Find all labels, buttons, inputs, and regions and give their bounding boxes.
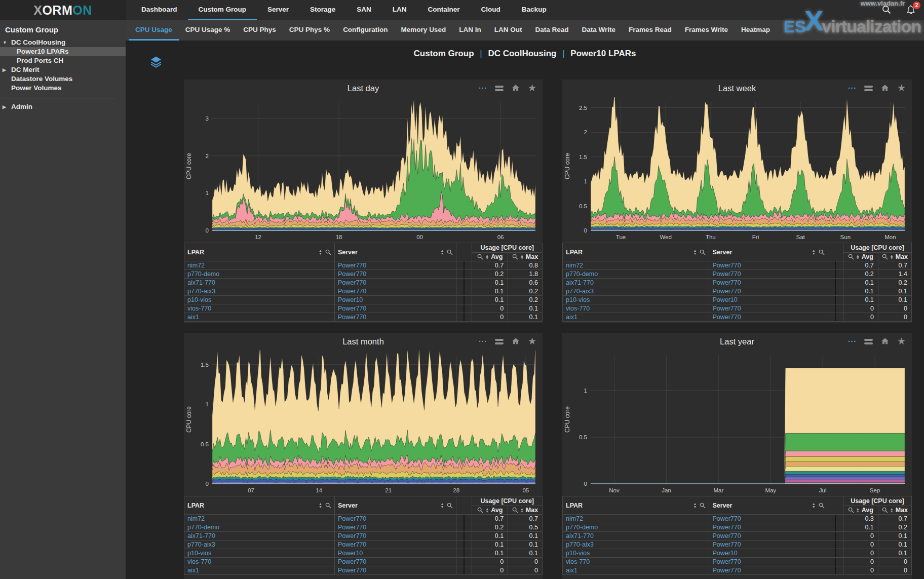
lpar-link[interactable]: vios-770 (184, 304, 335, 313)
sort-icon[interactable]: ▲▼ (890, 508, 894, 513)
max-column-header[interactable]: ▲▼Max (878, 253, 911, 261)
server-link[interactable]: Power770 (709, 313, 828, 322)
menu-icon[interactable] (864, 339, 873, 344)
server-link[interactable]: Power770 (334, 541, 456, 549)
column-search-icon[interactable] (819, 503, 825, 509)
lpar-link[interactable]: p10-vios (184, 549, 335, 558)
avg-column-header[interactable]: ▲▼Avg (472, 506, 508, 515)
server-link[interactable]: Power10 (334, 296, 456, 304)
column-search-icon[interactable] (848, 254, 854, 260)
sidebar-item-dc-merit[interactable]: ▶DC Merit (0, 65, 126, 74)
server-link[interactable]: Power770 (334, 304, 456, 313)
search-icon[interactable] (881, 5, 893, 16)
metric-tab-cpu-usage[interactable]: CPU Usage (129, 20, 179, 41)
column-search-icon[interactable] (477, 507, 483, 513)
server-column-header[interactable]: Server▲▼ (709, 243, 828, 261)
sidebar-item-dc-coolhousing[interactable]: ▼DC CoolHousing (0, 38, 126, 47)
sort-icon[interactable]: ▲▼ (485, 508, 489, 513)
server-link[interactable]: Power770 (709, 566, 828, 575)
sort-icon[interactable]: ▲▼ (319, 249, 322, 255)
home-icon[interactable] (511, 84, 520, 93)
sidebar-item-power-volumes[interactable]: Power Volumes (0, 84, 126, 93)
server-link[interactable]: Power770 (334, 566, 456, 575)
lpar-link[interactable]: aix71-770 (184, 532, 335, 541)
cpu-usage-chart[interactable]: 0123CPU core12180006 (184, 97, 543, 243)
server-link[interactable]: Power770 (334, 313, 456, 322)
server-link[interactable]: Power770 (334, 523, 456, 532)
server-link[interactable]: Power770 (709, 279, 828, 287)
column-search-icon[interactable] (819, 249, 825, 255)
server-link[interactable]: Power770 (709, 304, 828, 313)
column-search-icon[interactable] (848, 507, 854, 513)
column-search-icon[interactable] (477, 254, 483, 260)
lpar-link[interactable]: nim72 (563, 515, 709, 523)
favorite-icon[interactable]: ★ (528, 84, 536, 93)
lpar-link[interactable]: aix1 (184, 566, 335, 575)
sort-icon[interactable]: ▲▼ (856, 508, 860, 513)
server-column-header[interactable]: Server▲▼ (334, 496, 456, 515)
avg-column-header[interactable]: ▲▼Avg (843, 506, 878, 515)
nav-tab-backup[interactable]: Backup (511, 0, 557, 20)
server-link[interactable]: Power770 (709, 558, 828, 566)
more-options-icon[interactable]: ... (848, 337, 857, 341)
server-link[interactable]: Power770 (709, 523, 828, 532)
avg-column-header[interactable]: ▲▼Avg (843, 253, 878, 261)
max-column-header[interactable]: ▲▼Max (508, 506, 543, 515)
nav-tab-lan[interactable]: LAN (382, 0, 417, 20)
metric-tab-data-read[interactable]: Data Read (528, 20, 575, 41)
nav-tab-storage[interactable]: Storage (299, 0, 346, 20)
column-search-icon[interactable] (882, 254, 888, 260)
sort-icon[interactable]: ▲▼ (319, 503, 322, 508)
lpar-link[interactable]: p770-aix3 (184, 287, 335, 296)
more-options-icon[interactable]: ... (479, 84, 487, 88)
home-icon[interactable] (880, 84, 890, 93)
metric-tab-data-write[interactable]: Data Write (575, 20, 622, 41)
server-link[interactable]: Power770 (709, 541, 828, 549)
metric-tab-lan-out[interactable]: LAN Out (488, 20, 529, 41)
favorite-icon[interactable]: ★ (897, 84, 906, 93)
nav-tab-server[interactable]: Server (257, 0, 299, 20)
sort-icon[interactable]: ▲▼ (693, 249, 697, 255)
nav-tab-custom-group[interactable]: Custom Group (188, 0, 257, 20)
metric-tab-cpu-usage-[interactable]: CPU Usage % (179, 20, 237, 41)
lpar-column-header[interactable]: LPAR▲▼ (184, 496, 335, 515)
metric-tab-frames-read[interactable]: Frames Read (622, 20, 678, 41)
lpar-link[interactable]: p770-aix3 (563, 541, 709, 549)
server-link[interactable]: Power770 (334, 532, 456, 541)
lpar-column-header[interactable]: LPAR▲▼ (563, 243, 709, 261)
sort-icon[interactable]: ▲▼ (890, 254, 894, 260)
sort-icon[interactable]: ▲▼ (520, 254, 524, 260)
lpar-link[interactable]: p770-demo (184, 523, 335, 532)
server-link[interactable]: Power10 (709, 296, 828, 304)
lpar-link[interactable]: nim72 (184, 515, 335, 523)
sort-icon[interactable]: ▲▼ (440, 249, 444, 255)
nav-tab-dashboard[interactable]: Dashboard (131, 0, 188, 20)
lpar-column-header[interactable]: LPAR▲▼ (563, 496, 709, 515)
lpar-link[interactable]: vios-770 (563, 304, 709, 313)
menu-icon[interactable] (495, 339, 504, 344)
lpar-link[interactable]: p10-vios (563, 549, 709, 558)
server-column-header[interactable]: Server▲▼ (334, 243, 456, 261)
caret-right-icon[interactable]: ▶ (3, 102, 6, 111)
lpar-link[interactable]: p10-vios (184, 296, 335, 304)
lpar-link[interactable]: aix71-770 (563, 279, 709, 287)
lpar-link[interactable]: vios-770 (563, 558, 709, 566)
nav-tab-san[interactable]: SAN (346, 0, 382, 20)
lpar-link[interactable]: aix1 (184, 313, 335, 322)
lpar-link[interactable]: p770-demo (184, 270, 335, 279)
sidebar-item-datastore-volumes[interactable]: Datastore Volumes (0, 74, 126, 84)
metric-tab-memory-used[interactable]: Memory Used (395, 20, 453, 41)
lpar-link[interactable]: p770-aix3 (563, 287, 709, 296)
column-search-icon[interactable] (325, 249, 331, 255)
lpar-link[interactable]: aix71-770 (563, 532, 709, 541)
sort-icon[interactable]: ▲▼ (693, 503, 697, 508)
sort-icon[interactable]: ▲▼ (856, 254, 860, 260)
sidebar-item-prod-ports-ch[interactable]: Prod Ports CH (0, 56, 126, 65)
column-search-icon[interactable] (882, 507, 888, 513)
server-link[interactable]: Power770 (334, 261, 456, 270)
sort-icon[interactable]: ▲▼ (520, 508, 524, 513)
column-search-icon[interactable] (512, 254, 518, 260)
server-link[interactable]: Power770 (334, 558, 456, 566)
nav-tab-cloud[interactable]: Cloud (471, 0, 511, 20)
cpu-usage-chart[interactable]: 00.51CPU coreNovJanMarMayJulSep (562, 350, 912, 496)
